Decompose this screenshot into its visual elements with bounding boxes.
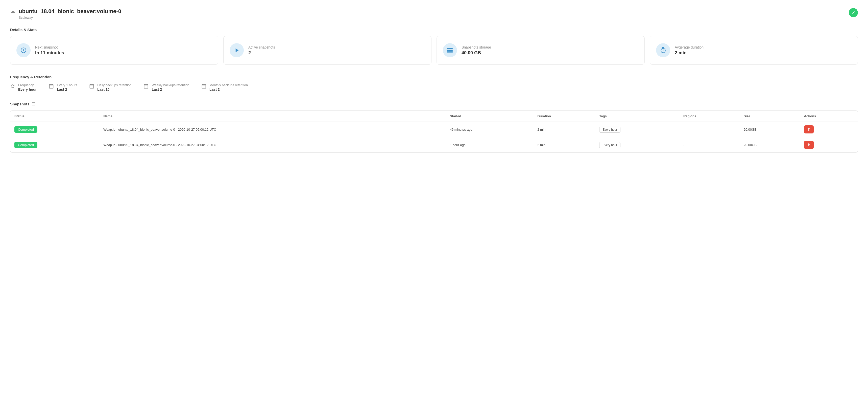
cell-name-1: Weap.io - ubuntu_18.04_bionic_beaver:vol… (99, 137, 445, 153)
storage-icon (446, 47, 453, 54)
snapshots-section: Snapshots ☰ Status Name Started Duration… (10, 101, 858, 153)
page-title: ubuntu_18.04_bionic_beaver:volume-0 (19, 8, 121, 14)
freq-items-container: Frequency Every hour Every 1 hours Last … (10, 83, 858, 91)
page-title-row: ☁ ubuntu_18.04_bionic_beaver:volume-0 (10, 8, 121, 14)
freq-value-every-hours: Last 2 (57, 87, 77, 91)
next-snapshot-value: In 11 minutes (35, 50, 64, 56)
snapshots-header: Snapshots ☰ (10, 101, 858, 107)
cell-regions-1: - (679, 137, 740, 153)
next-snapshot-icon-circle (17, 43, 31, 57)
col-header-actions: Actions (800, 111, 858, 122)
freq-value-weekly-retention: Last 2 (152, 87, 189, 91)
freq-section: Frequency & Retention Frequency Every ho… (10, 75, 858, 91)
page-subtitle: Scaleway (19, 16, 121, 20)
stat-card-next-snapshot: Next snapshot In 11 minutes (10, 36, 218, 65)
cell-started-0: 46 minutes ago (446, 122, 533, 137)
cell-status-0: Completed (10, 122, 99, 137)
next-snapshot-label: Next snapshot (35, 45, 64, 49)
freq-text-daily-retention: Daily backups retention Last 10 (97, 83, 131, 91)
snapshots-storage-label: Snapshots storage (462, 45, 491, 49)
avg-duration-label: Avgerage duration (675, 45, 704, 49)
cell-actions-1: 🗑 (800, 137, 858, 153)
freq-text-monthly-retention: Monthly backups retention Last 2 (210, 83, 248, 91)
status-badge-0: Completed (14, 126, 37, 133)
cell-size-0: 20.00GB (740, 122, 800, 137)
avg-duration-value: 2 min (675, 50, 704, 56)
freq-text-frequency: Frequency Every hour (18, 83, 37, 91)
tag-badge-1: Every hour (599, 142, 620, 148)
status-check-icon: ✓ (849, 8, 858, 17)
freq-label-every-hours: Every 1 hours (57, 83, 77, 87)
freq-value-frequency: Every hour (18, 87, 37, 91)
freq-value-monthly-retention: Last 2 (210, 87, 248, 91)
cell-regions-0: - (679, 122, 740, 137)
play-icon (234, 47, 240, 54)
stat-card-avg-duration: Avgerage duration 2 min (650, 36, 858, 65)
cloud-icon: ☁ (10, 8, 16, 14)
cell-tags-1: Every hour (595, 137, 679, 153)
freq-item-daily-retention: Daily backups retention Last 10 (89, 83, 131, 91)
calendar-icon-2 (89, 84, 94, 90)
freq-text-every-hours: Every 1 hours Last 2 (57, 83, 77, 91)
col-header-started: Started (446, 111, 533, 122)
freq-item-monthly-retention: Monthly backups retention Last 2 (202, 83, 248, 91)
cell-duration-1: 2 min. (533, 137, 595, 153)
snapshots-section-title: Snapshots (10, 102, 30, 106)
freq-label-monthly-retention: Monthly backups retention (210, 83, 248, 87)
freq-text-weekly-retention: Weekly backups retention Last 2 (152, 83, 189, 91)
page-title-area: ☁ ubuntu_18.04_bionic_beaver:volume-0 Sc… (10, 8, 121, 20)
table-row: Completed Weap.io - ubuntu_18.04_bionic_… (10, 122, 858, 137)
clock-icon (20, 47, 27, 54)
table-body: Completed Weap.io - ubuntu_18.04_bionic_… (10, 122, 858, 153)
stat-info-snapshots-storage: Snapshots storage 40.00 GB (462, 45, 491, 56)
snapshots-storage-icon-circle (443, 43, 457, 57)
timer-icon (660, 47, 666, 54)
stat-card-snapshots-storage: Snapshots storage 40.00 GB (436, 36, 645, 65)
col-header-duration: Duration (533, 111, 595, 122)
cell-size-1: 20.00GB (740, 137, 800, 153)
calendar-icon-1 (49, 84, 54, 90)
stat-info-next-snapshot: Next snapshot In 11 minutes (35, 45, 64, 56)
stat-info-avg-duration: Avgerage duration 2 min (675, 45, 704, 56)
col-header-status: Status (10, 111, 99, 122)
freq-item-every-hours: Every 1 hours Last 2 (49, 83, 77, 91)
details-section: Details & Stats Next snapshot In 11 minu… (10, 28, 858, 65)
delete-button-0[interactable]: 🗑 (804, 125, 814, 134)
avg-duration-icon-circle (656, 43, 670, 57)
cell-status-1: Completed (10, 137, 99, 153)
col-header-name: Name (99, 111, 445, 122)
active-snapshots-value: 2 (248, 50, 275, 56)
active-snapshots-label: Active snapshots (248, 45, 275, 49)
freq-value-daily-retention: Last 10 (97, 87, 131, 91)
active-snapshots-icon-circle (229, 43, 244, 57)
calendar-icon-4 (202, 84, 207, 90)
cell-actions-0: 🗑 (800, 122, 858, 137)
cell-started-1: 1 hour ago (446, 137, 533, 153)
table-row: Completed Weap.io - ubuntu_18.04_bionic_… (10, 137, 858, 153)
status-badge-1: Completed (14, 142, 37, 148)
snapshots-table: Status Name Started Duration Tags Region… (10, 111, 858, 152)
menu-icon[interactable]: ☰ (32, 101, 35, 107)
stat-card-active-snapshots: Active snapshots 2 (223, 36, 432, 65)
col-header-size: Size (740, 111, 800, 122)
cell-tags-0: Every hour (595, 122, 679, 137)
delete-button-1[interactable]: 🗑 (804, 141, 814, 149)
table-header: Status Name Started Duration Tags Region… (10, 111, 858, 122)
cell-duration-0: 2 min. (533, 122, 595, 137)
freq-label-weekly-retention: Weekly backups retention (152, 83, 189, 87)
snapshots-table-container: Status Name Started Duration Tags Region… (10, 111, 858, 153)
page-header: ☁ ubuntu_18.04_bionic_beaver:volume-0 Sc… (10, 8, 858, 20)
freq-label-daily-retention: Daily backups retention (97, 83, 131, 87)
stats-grid: Next snapshot In 11 minutes Active snaps… (10, 36, 858, 65)
freq-item-weekly-retention: Weekly backups retention Last 2 (144, 83, 189, 91)
refresh-icon (10, 84, 15, 90)
stat-info-active-snapshots: Active snapshots 2 (248, 45, 275, 56)
freq-label-frequency: Frequency (18, 83, 37, 87)
tag-badge-0: Every hour (599, 127, 620, 133)
col-header-tags: Tags (595, 111, 679, 122)
details-section-title: Details & Stats (10, 28, 858, 32)
freq-section-title: Frequency & Retention (10, 75, 858, 79)
snapshots-storage-value: 40.00 GB (462, 50, 491, 56)
freq-item-frequency: Frequency Every hour (10, 83, 37, 91)
col-header-regions: Regions (679, 111, 740, 122)
